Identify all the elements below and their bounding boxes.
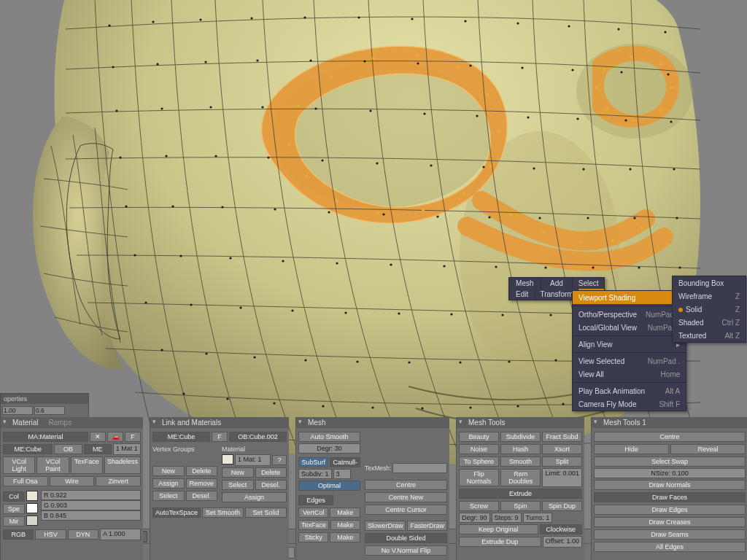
- menu-item[interactable]: Local/Global ViewNumPad /: [573, 321, 686, 334]
- menu-item[interactable]: View SelectedNumPad .: [573, 354, 686, 368]
- menu-item[interactable]: Ortho/PerspectiveNumPad 5: [573, 308, 686, 321]
- viewport-shading-submenu[interactable]: Bounding BoxWireframeZSolidZShadedCtrl Z…: [672, 276, 746, 343]
- rem-doubles[interactable]: Rem Doubles: [500, 469, 541, 486]
- to-sphere[interactable]: To Sphere: [459, 456, 499, 467]
- auto-icon[interactable]: 🚗: [107, 432, 123, 442]
- me-name[interactable]: ME:Cube: [152, 432, 210, 442]
- fasterdraw[interactable]: FasterDraw: [407, 521, 447, 531]
- x-icon[interactable]: ✕: [90, 432, 106, 442]
- vg-new[interactable]: New: [152, 466, 185, 476]
- val-2[interactable]: [34, 406, 65, 415]
- zinvert[interactable]: Zinvert: [96, 476, 141, 486]
- vg-assign[interactable]: Assign: [152, 478, 185, 489]
- degr[interactable]: Degr: 30: [298, 443, 360, 454]
- b-value[interactable]: B 0.845: [41, 510, 141, 521]
- menu-edit[interactable]: Edit: [509, 289, 535, 300]
- rgb-button[interactable]: RGB: [3, 529, 34, 540]
- mat-count[interactable]: 1 Mat 1: [113, 443, 141, 455]
- spe-button[interactable]: Spe: [3, 504, 25, 514]
- ob-name[interactable]: OB:Cube.002: [229, 432, 287, 442]
- texface[interactable]: TexFace: [71, 456, 103, 474]
- catmull[interactable]: Catmull-: [330, 457, 360, 467]
- tab-material[interactable]: Material: [12, 419, 39, 427]
- vertcol-make[interactable]: Make: [330, 508, 360, 518]
- mat-index[interactable]: 1 Mat: 1: [235, 454, 271, 466]
- subdiv-render[interactable]: 3: [333, 469, 351, 479]
- mat-help[interactable]: ?: [272, 455, 287, 465]
- menu-transform[interactable]: Transform: [535, 289, 577, 300]
- sticky-make[interactable]: Make: [330, 532, 360, 542]
- draw-edges[interactable]: Draw Edges: [594, 505, 746, 515]
- f-button[interactable]: F: [212, 432, 228, 442]
- subsurf[interactable]: SubSurf: [298, 457, 328, 467]
- xsort[interactable]: Xsort: [542, 444, 582, 454]
- vg-delete[interactable]: Delete: [186, 466, 218, 476]
- g-value[interactable]: G 0.903: [41, 500, 141, 510]
- hash[interactable]: Hash: [500, 444, 541, 454]
- centre[interactable]: Centre: [594, 432, 746, 442]
- mat-delete[interactable]: Delete: [255, 467, 287, 478]
- ob-button[interactable]: OB: [54, 444, 82, 454]
- autotexspace[interactable]: AutoTexSpace: [152, 508, 201, 518]
- vcol-light[interactable]: VCol Light: [3, 456, 35, 474]
- set-solid[interactable]: Set Solid: [245, 508, 287, 518]
- all-edges[interactable]: All Edges: [594, 542, 746, 552]
- menu-item[interactable]: Play Back AnimationAlt A: [573, 384, 686, 397]
- mat-assign[interactable]: Assign: [222, 492, 287, 502]
- view-submenu[interactable]: Viewport ShadingOrtho/PerspectiveNumPad …: [572, 290, 686, 411]
- smooth[interactable]: Smooth: [500, 456, 541, 467]
- texface[interactable]: TexFace: [298, 520, 329, 530]
- f-button[interactable]: F: [125, 432, 141, 442]
- draw-normals[interactable]: Draw Normals: [594, 480, 746, 490]
- texmesh-field[interactable]: [392, 463, 447, 473]
- reveal[interactable]: Reveal: [670, 444, 746, 454]
- flip-normals[interactable]: Flip Normals: [459, 469, 499, 486]
- fract-subd[interactable]: Fract Subd: [542, 432, 582, 442]
- double-sided[interactable]: Double Sided: [365, 533, 447, 543]
- draw-seams[interactable]: Draw Seams: [594, 529, 746, 540]
- extrude-dup[interactable]: Extrude Dup: [459, 537, 541, 547]
- me-button[interactable]: ME: [84, 444, 112, 454]
- turns[interactable]: Turns: 1: [523, 513, 553, 523]
- centre-cursor[interactable]: Centre Cursor: [365, 505, 447, 515]
- link-me[interactable]: ME:Cube: [3, 444, 53, 454]
- hsv-button[interactable]: HSV: [35, 529, 66, 540]
- set-smooth[interactable]: Set Smooth: [202, 508, 244, 518]
- nsize[interactable]: NSize: 0.100: [594, 468, 746, 478]
- mat-swatch[interactable]: [222, 454, 233, 464]
- hide[interactable]: Hide: [594, 444, 669, 454]
- subdiv[interactable]: Subdiv: 1: [298, 469, 332, 479]
- no-vnormal-flip[interactable]: No V.Normal Flip: [365, 545, 447, 556]
- menu-mesh[interactable]: Mesh: [509, 278, 541, 289]
- optimal[interactable]: Optimal: [298, 481, 360, 491]
- menu-item[interactable]: View AllHome: [573, 368, 686, 381]
- spe-swatch[interactable]: [26, 503, 38, 513]
- screw[interactable]: Screw: [459, 501, 499, 511]
- r-value[interactable]: R 0.922: [41, 490, 141, 500]
- degr[interactable]: Degr: 90: [459, 513, 490, 523]
- spin-dup[interactable]: Spin Dup: [542, 501, 582, 511]
- subdivide[interactable]: Subdivide: [500, 432, 541, 442]
- mir-swatch[interactable]: [26, 516, 38, 526]
- menu-item[interactable]: SolidZ: [673, 303, 746, 316]
- draw-faces[interactable]: Draw Faces: [594, 492, 746, 502]
- vcol-paint[interactable]: VCol Paint: [36, 456, 69, 474]
- mat-select[interactable]: Select: [222, 480, 254, 490]
- centre-new[interactable]: Centre New: [365, 492, 447, 502]
- keep-original[interactable]: Keep Original: [459, 524, 538, 534]
- menu-item[interactable]: Align View: [573, 338, 686, 351]
- col-swatch[interactable]: [26, 491, 38, 501]
- menu-item[interactable]: TexturedAlt Z: [673, 329, 746, 342]
- texface-make[interactable]: Make: [330, 520, 360, 530]
- slowerdraw[interactable]: SlowerDraw: [365, 521, 406, 531]
- limit[interactable]: Limit: 0.001: [542, 468, 582, 487]
- vg-select[interactable]: Select: [152, 491, 185, 501]
- vg-remove[interactable]: Remove: [186, 478, 218, 489]
- vertcol[interactable]: VertCol: [298, 508, 328, 518]
- a-value[interactable]: A 1.000: [100, 529, 141, 540]
- extrude[interactable]: Extrude: [459, 489, 582, 499]
- mat-new[interactable]: New: [222, 467, 254, 478]
- offset[interactable]: Offset: 1.00: [543, 536, 582, 548]
- auto-smooth[interactable]: Auto Smooth: [298, 432, 360, 442]
- select-swap[interactable]: Select Swap: [594, 456, 746, 467]
